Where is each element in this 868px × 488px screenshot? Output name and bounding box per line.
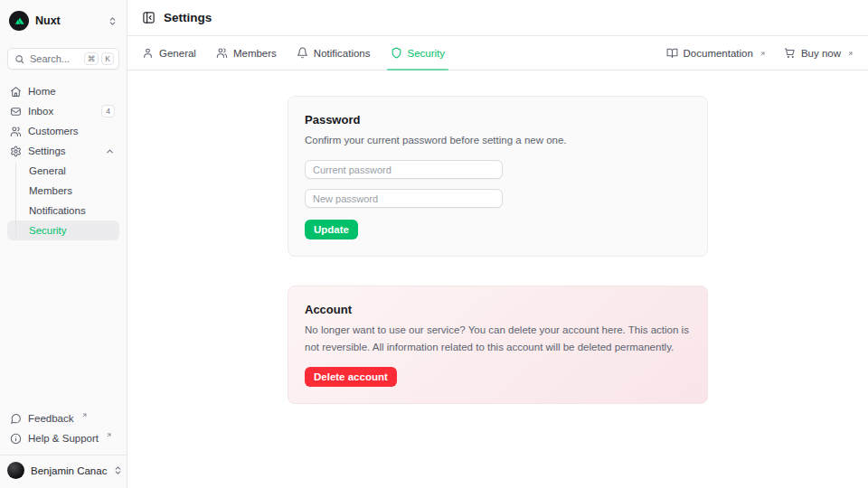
shopping-cart-icon	[784, 47, 796, 59]
app-root: Nuxt Search... ⌘ K Home	[0, 0, 868, 488]
external-link-icon	[106, 432, 112, 438]
page-title: Settings	[164, 11, 212, 24]
header-links: Documentation Buy now	[666, 36, 854, 70]
search-icon	[14, 54, 24, 64]
link-label: Buy now	[801, 48, 841, 59]
tabs: General Members Notifications	[142, 36, 445, 70]
sidebar-item-label: Home	[28, 86, 115, 97]
sidebar-item-settings[interactable]: Settings	[7, 141, 119, 161]
sidebar-subitem-general[interactable]: General	[7, 161, 119, 181]
tab-security[interactable]: Security	[391, 36, 446, 70]
info-circle-icon	[10, 433, 22, 445]
sidebar-subitem-notifications[interactable]: Notifications	[7, 201, 119, 221]
chevron-up-down-icon	[113, 465, 123, 475]
sidebar-item-help-support[interactable]: Help & Support	[7, 428, 119, 448]
sidebar-item-label: Inbox	[28, 106, 95, 117]
workspace-switcher[interactable]: Nuxt	[7, 7, 119, 34]
new-password-field[interactable]	[305, 189, 503, 208]
sidebar-subitem-members[interactable]: Members	[7, 181, 119, 201]
sidebar-item-customers[interactable]: Customers	[7, 121, 119, 141]
update-password-button[interactable]: Update	[305, 220, 358, 239]
sidebar-item-inbox[interactable]: Inbox 4	[7, 101, 119, 121]
current-password-field[interactable]	[305, 160, 503, 179]
search-input[interactable]: Search... ⌘ K	[7, 48, 119, 70]
sidebar-item-label: Settings	[28, 145, 99, 156]
panel-collapse-icon[interactable]	[142, 11, 156, 24]
shield-icon	[391, 47, 402, 59]
book-open-icon	[666, 47, 678, 59]
subtree-guide-line	[15, 163, 16, 239]
delete-account-button[interactable]: Delete account	[305, 367, 397, 387]
account-card: Account No longer want to use our servic…	[288, 286, 708, 404]
sidebar: Nuxt Search... ⌘ K Home	[0, 0, 127, 488]
buy-now-link[interactable]: Buy now	[784, 47, 854, 59]
sidebar-spacer	[7, 240, 119, 408]
tab-label: General	[159, 48, 196, 59]
feedback-icon	[10, 413, 22, 425]
tab-general[interactable]: General	[142, 36, 196, 70]
password-card-description: Confirm your current password before set…	[305, 132, 691, 148]
tabs-bar: General Members Notifications	[127, 36, 868, 70]
settings-subtree: General Members Notifications Security	[7, 161, 119, 240]
documentation-link[interactable]: Documentation	[666, 47, 766, 59]
tab-label: Notifications	[314, 48, 371, 59]
link-label: Documentation	[684, 48, 753, 59]
sidebar-item-feedback[interactable]: Feedback	[7, 408, 119, 428]
members-icon	[216, 47, 228, 59]
avatar	[7, 462, 24, 479]
sidebar-nav: Home Inbox 4 Customers Settings	[7, 81, 119, 240]
inbox-count-badge: 4	[101, 105, 115, 117]
main-panel: Settings General Members	[127, 0, 868, 488]
tab-label: Security	[408, 48, 446, 59]
workspace-name: Nuxt	[35, 14, 101, 27]
users-icon	[10, 126, 22, 137]
chevron-up-down-icon	[108, 16, 118, 26]
sidebar-item-home[interactable]: Home	[7, 81, 119, 101]
external-link-icon	[847, 51, 854, 57]
sidebar-item-label: Help & Support	[28, 433, 99, 444]
sidebar-item-label: Customers	[28, 126, 115, 136]
user-menu[interactable]: Benjamin Canac	[0, 455, 127, 481]
password-card-title: Password	[305, 113, 691, 127]
inbox-icon	[10, 106, 22, 117]
password-card: Password Confirm your current password b…	[288, 96, 708, 257]
search-shortcut: ⌘ K	[84, 52, 114, 65]
page-header: Settings	[127, 0, 868, 36]
account-card-title: Account	[305, 303, 691, 316]
gear-icon	[10, 145, 22, 157]
sidebar-item-label: Feedback	[28, 413, 74, 424]
nuxt-logo-icon	[9, 11, 29, 31]
search-placeholder: Search...	[30, 53, 79, 64]
chevron-up-icon	[105, 146, 115, 156]
external-link-icon	[760, 51, 766, 57]
external-link-icon	[81, 412, 88, 418]
kbd-k: K	[101, 52, 114, 65]
content-area: Password Confirm your current password b…	[127, 70, 868, 488]
bell-icon	[297, 47, 308, 59]
tab-members[interactable]: Members	[216, 36, 277, 70]
sidebar-subitem-security[interactable]: Security	[7, 221, 119, 240]
tab-label: Members	[233, 48, 277, 59]
home-icon	[10, 86, 22, 98]
user-name: Benjamin Canac	[31, 465, 107, 476]
account-card-description: No longer want to use our service? You c…	[305, 322, 691, 355]
kbd-cmd: ⌘	[84, 52, 99, 65]
user-icon	[142, 47, 154, 59]
tab-notifications[interactable]: Notifications	[297, 36, 371, 70]
